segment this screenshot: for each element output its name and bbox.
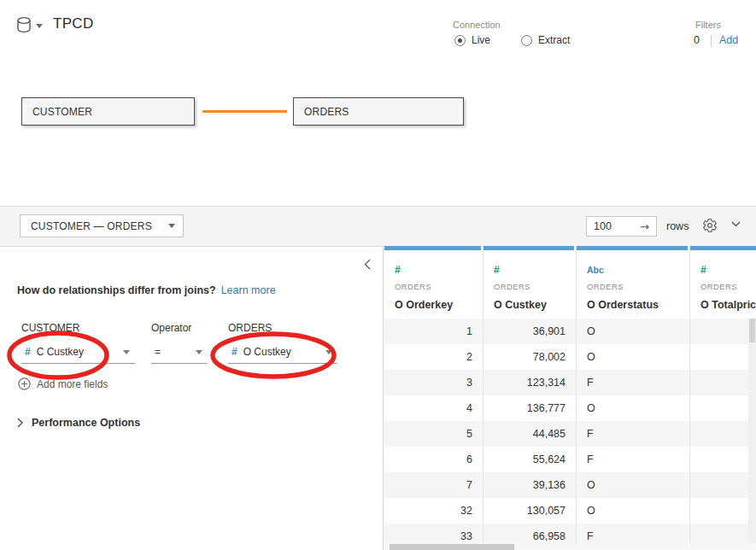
grid-column: #ORDERSO Custkey36,90178,002123,314136,7…: [483, 246, 577, 549]
connection-extract-radio[interactable]: Extract: [521, 34, 570, 46]
performance-options-label: Performance Options: [32, 417, 140, 429]
filters-count: 0: [694, 34, 700, 46]
canvas-table-orders[interactable]: ORDERS: [293, 97, 464, 126]
number-type-icon: #: [395, 264, 401, 276]
question-label: How do relationships differ from joins?: [17, 284, 216, 296]
datasource-menu-caret-icon[interactable]: [36, 24, 43, 28]
radio-extract-label: Extract: [538, 34, 570, 46]
radio-live-label: Live: [472, 34, 490, 46]
datasource-title: TPCD: [53, 15, 93, 32]
chevron-down-icon: [168, 224, 175, 228]
radio-selected-icon: [454, 35, 466, 46]
grid-cell: 46,9: [690, 344, 756, 370]
right-table-column-label: ORDERS: [228, 322, 272, 334]
grid-cell: 36,901: [483, 319, 576, 344]
relationship-selector-label: CUSTOMER — ORDERS: [31, 220, 168, 232]
grid-cell: 130,057: [483, 498, 576, 524]
performance-options-toggle[interactable]: Performance Options: [17, 417, 140, 429]
canvas-table-customer[interactable]: CUSTOMER: [21, 97, 195, 126]
number-type-icon: #: [25, 346, 31, 358]
number-type-icon: #: [494, 264, 500, 276]
relationships-question-text: How do relationships differ from joins?L…: [17, 284, 276, 296]
filters-add-link[interactable]: Add: [719, 34, 738, 46]
column-table-name: ORDERS: [395, 282, 483, 291]
grid-cell: 136,777: [483, 395, 576, 421]
grid-cell: 1: [384, 319, 483, 344]
grid-cell: 173,6: [690, 319, 756, 344]
number-type-icon: #: [700, 264, 706, 276]
grid-cell: 208,6: [690, 498, 756, 524]
horizontal-scrollbar-thumb[interactable]: [390, 544, 514, 550]
rows-count-value: 100: [594, 220, 640, 232]
relationship-selector-dropdown[interactable]: CUSTOMER — ORDERS: [20, 214, 184, 237]
relationship-noodle[interactable]: [202, 110, 287, 113]
grid-cell: 78,002: [483, 344, 576, 370]
column-field-name: O Orderstatus: [587, 299, 689, 311]
operator-column-label: Operator: [151, 322, 191, 334]
collapse-panel-chevron-left-icon[interactable]: [364, 259, 371, 270]
add-more-fields-label: Add more fields: [37, 378, 108, 390]
grid-cell: O: [577, 319, 689, 344]
grid-column: #ORDERSO Totalprice173,646,9193,832,144,…: [690, 246, 756, 549]
connection-live-radio[interactable]: Live: [454, 34, 490, 46]
grid-cell: 32,: [690, 395, 756, 421]
column-table-name: ORDERS: [587, 282, 689, 291]
grid-cell: 5: [384, 421, 483, 447]
right-field-dropdown[interactable]: # O Custkey: [228, 341, 337, 364]
grid-cell: O: [577, 344, 689, 370]
gear-icon[interactable]: [702, 218, 718, 233]
operator-dropdown[interactable]: =: [151, 341, 208, 364]
left-table-column-label: CUSTOMER: [21, 322, 79, 334]
grid-cell: F: [577, 370, 689, 395]
column-header[interactable]: #ORDERSO Custkey: [483, 250, 576, 319]
grid-cell: 55,624: [483, 447, 576, 472]
filters-section-label: Filters: [695, 20, 721, 30]
grid-cell: O: [577, 498, 689, 524]
grid-cell: 58,7: [690, 447, 756, 472]
grid-cell: 32: [384, 498, 483, 524]
grid-cell: 7: [384, 472, 483, 498]
rows-label: rows: [666, 220, 689, 232]
vertical-scrollbar[interactable]: [748, 319, 756, 550]
rows-commit-arrow-icon[interactable]: →: [640, 220, 649, 233]
grid-cell: F: [577, 447, 689, 472]
preview-toolbar: CUSTOMER — ORDERS 100 → rows: [0, 206, 756, 247]
grid-cell: 144,6: [690, 421, 756, 447]
grid-cell: O: [577, 472, 689, 498]
column-header[interactable]: #ORDERSO Orderkey: [384, 250, 483, 319]
grid-cell: 44,485: [483, 421, 576, 447]
data-preview-grid: #ORDERSO Orderkey12345673233#ORDERSO Cus…: [384, 246, 756, 550]
caret-down-icon: [325, 350, 332, 354]
column-table-name: ORDERS: [700, 282, 756, 291]
grid-cell: 6: [384, 447, 483, 472]
caret-down-icon: [123, 350, 130, 354]
column-field-name: O Orderkey: [395, 299, 483, 311]
operator-value: =: [155, 346, 196, 358]
radio-unselected-icon: [521, 35, 532, 46]
column-header[interactable]: AbcORDERSO Orderstatus: [577, 250, 689, 319]
right-field-value: O Custkey: [243, 346, 325, 358]
column-header[interactable]: #ORDERSO Totalprice: [690, 250, 756, 319]
grid-cell: 193,8: [690, 370, 756, 395]
datasource-database-icon[interactable]: [15, 15, 34, 36]
column-table-name: ORDERS: [494, 282, 576, 291]
horizontal-scrollbar[interactable]: [384, 543, 756, 550]
learn-more-link[interactable]: Learn more: [221, 284, 276, 296]
chevron-right-icon: [17, 418, 23, 428]
grid-cell: O: [577, 395, 689, 421]
column-field-name: O Totalprice: [700, 299, 756, 311]
left-field-value: C Custkey: [37, 346, 123, 358]
column-field-name: O Custkey: [494, 299, 576, 311]
add-more-fields-button[interactable]: Add more fields: [18, 377, 108, 390]
number-type-icon: #: [231, 346, 237, 358]
vertical-scrollbar-thumb[interactable]: [749, 319, 755, 342]
grid-cell: 4: [384, 395, 483, 421]
toolbar-chevron-down-icon[interactable]: [731, 221, 741, 227]
plus-circle-icon: [18, 377, 31, 390]
data-grid-columns: #ORDERSO Orderkey12345673233#ORDERSO Cus…: [384, 246, 756, 549]
left-field-dropdown[interactable]: # C Custkey: [21, 341, 135, 364]
grid-cell: 123,314: [483, 370, 576, 395]
rows-count-input[interactable]: 100 →: [586, 216, 657, 237]
string-type-icon: Abc: [587, 265, 604, 275]
grid-cell: 3: [384, 370, 483, 395]
